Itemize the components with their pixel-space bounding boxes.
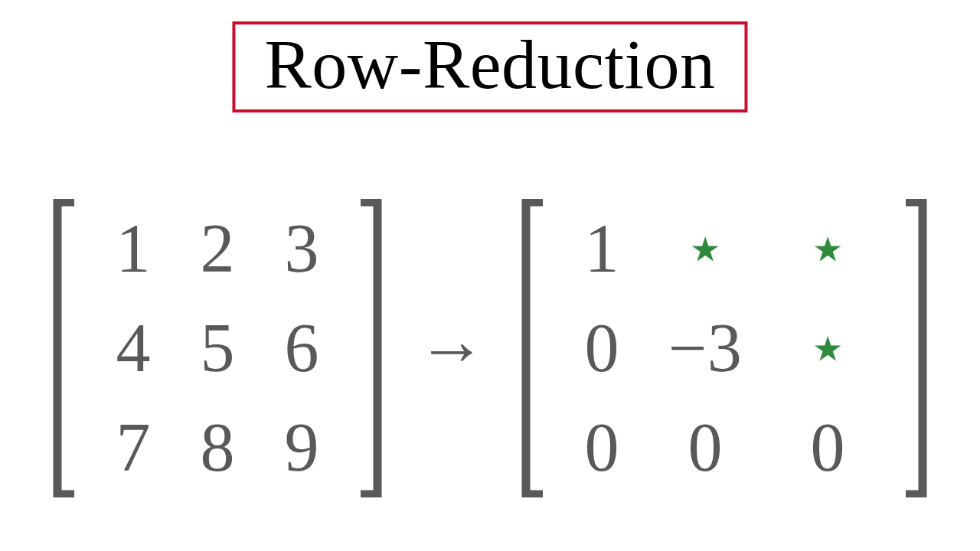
table-row: 4 5 6 bbox=[91, 314, 344, 383]
matrix-cell: 0 bbox=[766, 413, 889, 482]
matrix-right-table: 1 ⋆ ⋆ 0 −3 ⋆ 0 0 0 bbox=[546, 199, 903, 497]
star-icon: ⋆ bbox=[766, 214, 889, 283]
arrow-icon: → bbox=[417, 309, 486, 388]
table-row: 0 −3 ⋆ bbox=[560, 314, 889, 383]
table-row: 1 ⋆ ⋆ bbox=[560, 214, 889, 283]
matrix-cell: 3 bbox=[260, 214, 344, 283]
matrix-cell: 2 bbox=[175, 214, 260, 283]
table-row: 7 8 9 bbox=[91, 413, 344, 482]
table-row: 1 2 3 bbox=[91, 214, 344, 283]
matrix-cell: 7 bbox=[91, 413, 175, 482]
matrix-cell: 1 bbox=[91, 214, 175, 283]
matrix-left: 1 2 3 4 5 6 7 8 9 bbox=[51, 199, 384, 497]
star-icon: ⋆ bbox=[644, 214, 766, 283]
table-row: 0 0 0 bbox=[560, 413, 889, 482]
right-bracket-close-icon bbox=[903, 199, 929, 497]
matrix-cell: −3 bbox=[644, 314, 766, 383]
left-bracket-close-icon bbox=[358, 199, 384, 497]
matrix-cell: 0 bbox=[560, 314, 644, 383]
matrix-cell: 5 bbox=[175, 314, 260, 383]
star-icon: ⋆ bbox=[766, 314, 889, 383]
matrix-cell: 0 bbox=[560, 413, 644, 482]
title-text: Row-Reduction bbox=[264, 25, 715, 103]
matrix-cell: 1 bbox=[560, 214, 644, 283]
matrix-cell: 0 bbox=[644, 413, 766, 482]
left-bracket-open-icon bbox=[51, 199, 77, 497]
matrix-cell: 8 bbox=[175, 413, 260, 482]
matrix-cell: 9 bbox=[260, 413, 344, 482]
matrix-right: 1 ⋆ ⋆ 0 −3 ⋆ 0 0 0 bbox=[520, 199, 929, 497]
title-box: Row-Reduction bbox=[232, 21, 747, 112]
matrix-left-table: 1 2 3 4 5 6 7 8 9 bbox=[77, 199, 358, 497]
right-bracket-open-icon bbox=[520, 199, 546, 497]
equation: 1 2 3 4 5 6 7 8 9 → bbox=[0, 168, 980, 528]
matrix-cell: 6 bbox=[260, 314, 344, 383]
stage: Row-Reduction 1 2 3 4 5 6 7 bbox=[0, 0, 980, 551]
matrix-cell: 4 bbox=[91, 314, 175, 383]
